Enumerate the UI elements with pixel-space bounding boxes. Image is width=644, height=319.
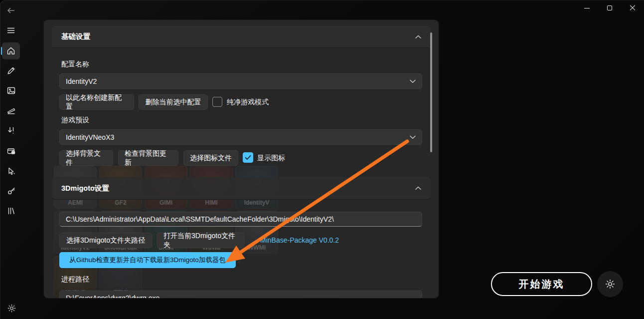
chevron-down-icon bbox=[410, 79, 416, 83]
show-icons-checkbox[interactable] bbox=[243, 152, 253, 163]
basic-settings-title: 基础设置 bbox=[61, 32, 90, 41]
minbase-package-link[interactable]: MinBase-Package V0.0.2 bbox=[260, 236, 339, 244]
delete-config-button[interactable]: 删除当前选中配置 bbox=[139, 94, 208, 110]
minimize-button[interactable] bbox=[575, 0, 598, 16]
start-game-button[interactable]: 开始游戏 bbox=[491, 272, 592, 296]
library-icon bbox=[6, 206, 16, 216]
process-path-input[interactable]: D:\FeverApps\dwrg2\dwrg.exe bbox=[59, 291, 422, 298]
sidebar-item-select[interactable] bbox=[2, 162, 20, 179]
pure-mode-checkbox[interactable] bbox=[212, 97, 222, 107]
sidebar-item-images[interactable] bbox=[2, 82, 20, 99]
window-controls bbox=[575, 0, 644, 16]
select-icon-file-button[interactable]: 选择图标文件 bbox=[183, 150, 238, 166]
game-preset-label: 游戏预设 bbox=[61, 116, 89, 125]
pure-mode-label: 纯净游戏模式 bbox=[227, 98, 269, 107]
chevron-up-icon bbox=[415, 35, 421, 39]
card-scrollbar[interactable] bbox=[430, 32, 432, 152]
show-icons-label: 显示图标 bbox=[257, 154, 285, 163]
sidebar-item-keys[interactable] bbox=[2, 182, 20, 199]
create-config-button[interactable]: 以此名称创建新配置 bbox=[59, 94, 134, 110]
config-name-value: IdentityV2 bbox=[66, 77, 97, 85]
scan-icon bbox=[6, 106, 16, 115]
checkmark-icon bbox=[245, 155, 251, 160]
sidebar-item-library[interactable] bbox=[2, 202, 20, 219]
migoto-folder-path-value: C:\Users\Administrator\AppData\Local\SSM… bbox=[66, 215, 334, 223]
game-preset-select[interactable]: IdentityVNeoX3 bbox=[59, 129, 422, 145]
migoto-folder-path-input[interactable]: C:\Users\Administrator\AppData\Local\SSM… bbox=[59, 212, 422, 227]
app-window: AEMI GF2 GIMI HIMI IdentityV IdentityV2 … bbox=[0, 0, 644, 319]
preset-tile-label: GF2 bbox=[99, 199, 142, 206]
preset-tile-label: AEMI bbox=[54, 199, 97, 206]
process-path-value: D:\FeverApps\dwrg2\dwrg.exe bbox=[66, 294, 160, 298]
maximize-button[interactable] bbox=[598, 0, 621, 16]
sidebar-item-updates[interactable] bbox=[2, 122, 20, 139]
edit-icon bbox=[6, 66, 16, 75]
basic-settings-header[interactable]: 基础设置 bbox=[52, 26, 431, 48]
wallet-lock-icon bbox=[6, 146, 16, 156]
config-name-select[interactable]: IdentityV2 bbox=[59, 73, 422, 89]
chevron-down-icon bbox=[410, 135, 416, 139]
image-icon bbox=[6, 86, 16, 95]
close-icon bbox=[630, 5, 636, 11]
preset-tile-label: HIMI bbox=[190, 199, 233, 206]
home-icon bbox=[6, 46, 16, 56]
menu-toggle-button[interactable] bbox=[2, 22, 20, 39]
launch-settings-button[interactable] bbox=[597, 271, 623, 297]
migoto-settings-header[interactable]: 3Dmigoto设置 bbox=[52, 177, 431, 200]
game-preset-value: IdentityVNeoX3 bbox=[66, 133, 114, 141]
sidebar-item-scan[interactable] bbox=[2, 102, 20, 119]
download-alert-icon bbox=[6, 126, 16, 135]
gear-icon bbox=[605, 279, 616, 290]
preset-tile-label: GIMI bbox=[145, 199, 187, 206]
select-background-button[interactable]: 选择背景文件 bbox=[59, 150, 113, 166]
settings-card: AEMI GF2 GIMI HIMI IdentityV IdentityV2 … bbox=[44, 20, 439, 298]
sidebar-item-edit[interactable] bbox=[2, 62, 20, 79]
open-migoto-folder-button[interactable]: 打开当前3Dmigoto文件夹 bbox=[157, 233, 244, 248]
preset-tile-label: IdentityV bbox=[235, 199, 278, 206]
menu-icon bbox=[6, 26, 15, 35]
maximize-icon bbox=[607, 5, 612, 10]
settings-icon bbox=[7, 304, 16, 313]
sidebar bbox=[0, 0, 22, 319]
config-name-label: 配置名称 bbox=[61, 60, 89, 69]
sidebar-item-settings[interactable] bbox=[6, 303, 16, 313]
cursor-click-icon bbox=[6, 166, 16, 176]
sidebar-item-wallet[interactable] bbox=[2, 142, 20, 159]
select-migoto-folder-button[interactable]: 选择3Dmigoto文件夹路径 bbox=[59, 233, 152, 248]
process-path-label: 进程路径 bbox=[61, 275, 89, 284]
key-icon bbox=[6, 186, 16, 196]
migoto-settings-title: 3Dmigoto设置 bbox=[61, 184, 109, 193]
chevron-up-icon bbox=[415, 186, 421, 190]
minimize-icon bbox=[584, 8, 590, 8]
github-update-button[interactable]: 从Github检查更新并自动下载最新3Dmigoto加载器包 bbox=[59, 252, 236, 268]
check-background-update-button[interactable]: 检查背景图更新 bbox=[118, 150, 178, 166]
sidebar-item-home[interactable] bbox=[2, 42, 20, 59]
close-button[interactable] bbox=[621, 0, 644, 16]
